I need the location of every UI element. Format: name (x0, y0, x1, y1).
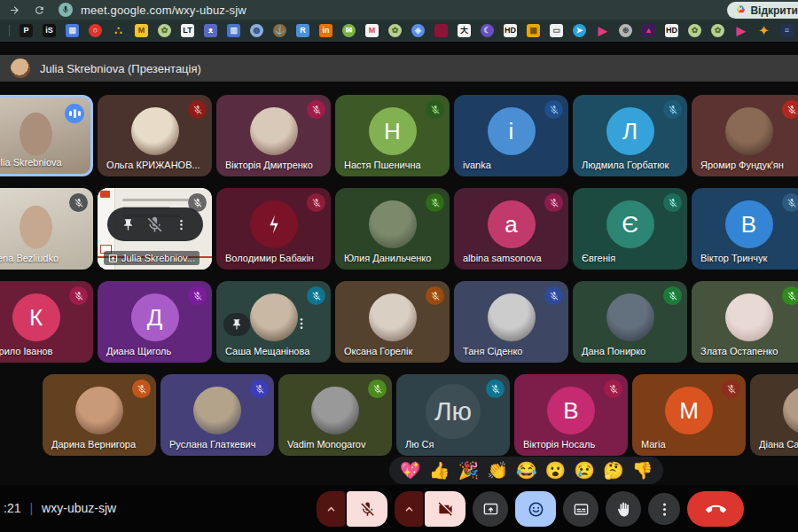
tile-more-button[interactable] (294, 317, 309, 331)
bookmark-icon[interactable]: M (365, 24, 379, 37)
participant-tile[interactable]: Olena Bezliudko (0, 188, 93, 270)
participant-tile[interactable]: ККирило Іванов (0, 281, 93, 363)
participant-tile[interactable]: ЛюЛю Ся (396, 374, 510, 456)
present-button[interactable] (473, 491, 508, 527)
participant-tile[interactable]: Вікторія Дмитренко (216, 95, 331, 176)
bookmark-icon[interactable]: ▦ (527, 24, 540, 37)
more-options-icon[interactable] (175, 218, 188, 231)
participant-tile[interactable]: Ольга КРИЖАНОВ... (98, 95, 212, 176)
forward-icon[interactable] (9, 4, 20, 16)
bookmark-icon[interactable]: ▥ (227, 24, 240, 37)
bookmark-icon[interactable] (434, 24, 448, 37)
participant-tile[interactable]: MMaria (632, 374, 746, 456)
reaction-emoji-button[interactable]: 👎 (632, 462, 653, 479)
reaction-emoji-button[interactable]: 🎉 (458, 462, 479, 479)
participant-tile[interactable]: Злата Остапенко (692, 281, 798, 363)
bookmark-icon[interactable]: ✉ (342, 24, 356, 37)
raise-hand-button[interactable] (606, 491, 641, 527)
bookmark-icon[interactable]: P (20, 24, 33, 37)
more-options-button[interactable] (648, 493, 680, 525)
bookmark-icon[interactable]: ✿ (388, 24, 402, 37)
participant-tile[interactable]: Юлия Данильченко (335, 188, 450, 270)
pin-button[interactable] (223, 313, 250, 336)
bookmark-icon[interactable]: ∴ (112, 24, 125, 37)
bookmark-icon[interactable]: LT (181, 24, 194, 37)
participant-tile[interactable]: Руслана Глаткевич (160, 374, 274, 456)
mic-permission-icon[interactable] (59, 3, 73, 17)
bookmark-icon[interactable]: ✦ (757, 24, 771, 37)
camera-toggle-button[interactable] (425, 491, 466, 527)
participant-tile[interactable]: aalbina samsonova (454, 188, 568, 270)
bookmark-icon[interactable]: ⊛ (619, 24, 632, 37)
bookmark-icon[interactable]: ◍ (250, 24, 263, 37)
mic-muted-badge (368, 379, 387, 398)
camera-options-chevron[interactable] (395, 491, 423, 527)
participant-tile[interactable]: Дана Понирко (573, 281, 687, 363)
tile-hover-controls[interactable] (107, 207, 203, 241)
participant-tile[interactable]: ННастя Пшенична (335, 95, 450, 176)
bookmark-icon[interactable]: ≡ (780, 24, 794, 37)
mic-toggle-button[interactable] (347, 491, 387, 527)
reaction-emoji-button[interactable]: 👍 (429, 462, 450, 479)
participant-tile[interactable]: Яромир Фундук'ян (692, 95, 798, 176)
bookmark-icon[interactable]: ▶ (596, 24, 609, 37)
avatar-photo (369, 293, 417, 341)
participant-tile[interactable]: Саша Мещанінова (216, 281, 331, 363)
reaction-emoji-button[interactable]: 👏 (487, 462, 508, 479)
pin-icon[interactable] (121, 218, 135, 231)
participant-tile[interactable]: Julia Skrebniov... (98, 188, 212, 270)
participant-tile[interactable]: ЄЄвгенія (573, 188, 687, 270)
end-call-button[interactable] (687, 491, 744, 527)
captions-button[interactable] (563, 491, 598, 527)
bookmark-icon[interactable]: ◆ (411, 24, 425, 37)
bookmark-icon[interactable]: ▤ (66, 24, 79, 37)
participant-tile[interactable]: Володимир Бабакін (216, 188, 331, 270)
bookmark-icon[interactable]: iS (43, 24, 56, 37)
bookmark-icon[interactable]: 大 (458, 24, 471, 37)
participant-name: Діана Сав... (759, 439, 798, 450)
bookmark-icon[interactable]: ➤ (573, 24, 586, 37)
reactions-button[interactable] (515, 491, 556, 527)
bookmark-icon[interactable]: ⚓ (273, 24, 286, 37)
participant-tile[interactable]: Дарина Вернигора (43, 374, 156, 456)
mic-options-chevron[interactable] (317, 491, 345, 527)
bookmark-icon[interactable]: ✿ (711, 24, 724, 37)
bookmark-icon[interactable]: ✿ (688, 24, 701, 37)
avatar-initial: Є (606, 200, 654, 248)
participant-tile[interactable]: ДДиана Щиголь (98, 281, 212, 363)
participant-tile[interactable]: ЛЛюдмила Горбатюк (573, 95, 687, 176)
bookmark-icon[interactable]: ☾ (481, 24, 494, 37)
bookmark-icon[interactable]: ▭ (550, 24, 563, 37)
reaction-emoji-button[interactable]: 😮 (545, 462, 567, 479)
bookmark-icon[interactable]: in (319, 24, 332, 37)
participant-tile[interactable]: Діана Сав... (750, 374, 798, 456)
participant-name: Євгенія (582, 253, 615, 263)
participant-tile[interactable]: ВВіктор Тринчук (692, 188, 798, 270)
participant-name: Оксана Горелік (344, 346, 412, 356)
participant-tile[interactable]: Julia Skrebniova (0, 95, 93, 176)
bookmark-icon[interactable]: ▶ (734, 24, 747, 37)
reload-icon[interactable] (34, 4, 45, 16)
reaction-emoji-button[interactable]: 🤔 (603, 462, 624, 479)
open-in-app-button[interactable]: Відкрити (727, 2, 798, 19)
participant-tile[interactable]: ВВікторія Носаль (514, 374, 628, 456)
bookmark-icon[interactable]: HD (665, 24, 678, 37)
bookmark-icon[interactable]: HD (504, 24, 517, 37)
reaction-emoji-button[interactable]: 😢 (574, 462, 595, 479)
presenter-avatar (11, 59, 30, 78)
reaction-emoji-button[interactable]: 💖 (400, 462, 421, 479)
avatar-photo (725, 107, 773, 155)
bookmark-icon[interactable]: ᴥ (204, 24, 217, 37)
participant-tile[interactable]: Оксана Горелік (335, 281, 450, 363)
bookmark-icon[interactable]: R (296, 24, 309, 37)
participant-tile[interactable]: Vadim Monogarov (278, 374, 392, 456)
participant-tile[interactable]: iivanka (454, 95, 568, 176)
bookmark-icon[interactable]: ✿ (158, 24, 171, 37)
participant-tile[interactable]: Таня Сіденко (454, 281, 568, 363)
participant-name: Julia Skrebniov... (104, 251, 200, 265)
bookmark-icon[interactable]: M (135, 24, 148, 37)
bookmark-icon[interactable]: ▲ (642, 24, 655, 37)
reaction-emoji-button[interactable]: 😂 (516, 462, 537, 479)
address-bar[interactable]: meet.google.com/wxy-ubuz-sjw (59, 3, 246, 17)
bookmark-icon[interactable]: ○ (89, 24, 102, 37)
